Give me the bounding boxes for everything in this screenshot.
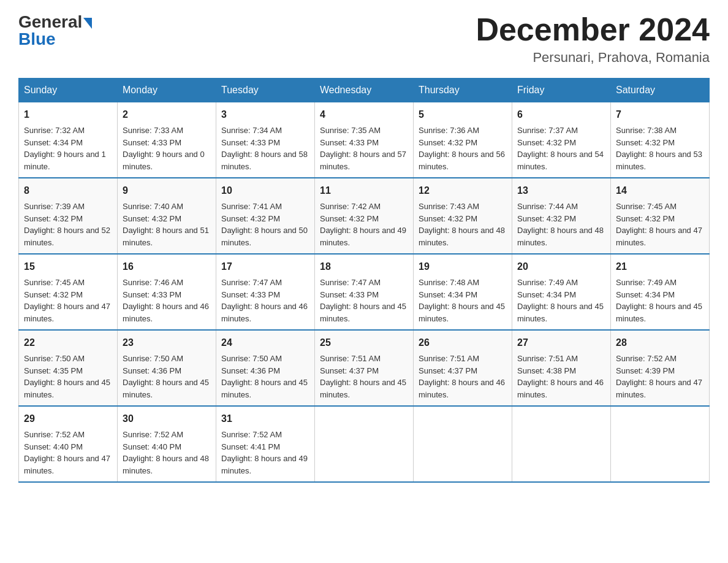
day-info: Sunrise: 7:50 AMSunset: 4:35 PMDaylight:… — [24, 353, 112, 400]
calendar-cell: 21Sunrise: 7:49 AMSunset: 4:34 PMDayligh… — [611, 254, 710, 330]
day-info: Sunrise: 7:50 AMSunset: 4:36 PMDaylight:… — [123, 353, 211, 400]
day-info: Sunrise: 7:47 AMSunset: 4:33 PMDaylight:… — [320, 277, 408, 324]
calendar-cell: 6Sunrise: 7:37 AMSunset: 4:32 PMDaylight… — [512, 102, 611, 178]
day-number: 24 — [221, 335, 309, 350]
logo-blue-text: Blue — [18, 29, 56, 49]
header-saturday: Saturday — [611, 79, 710, 102]
calendar-cell: 1Sunrise: 7:32 AMSunset: 4:34 PMDaylight… — [19, 102, 118, 178]
calendar-cell: 12Sunrise: 7:43 AMSunset: 4:32 PMDayligh… — [414, 178, 512, 254]
calendar-cell: 22Sunrise: 7:50 AMSunset: 4:35 PMDayligh… — [19, 330, 118, 406]
day-number: 16 — [123, 259, 211, 274]
header-tuesday: Tuesday — [216, 79, 315, 102]
calendar-cell — [315, 406, 414, 482]
calendar-cell: 11Sunrise: 7:42 AMSunset: 4:32 PMDayligh… — [315, 178, 414, 254]
day-info: Sunrise: 7:46 AMSunset: 4:33 PMDaylight:… — [123, 277, 211, 324]
header-sunday: Sunday — [19, 79, 118, 102]
week-row-1: 1Sunrise: 7:32 AMSunset: 4:34 PMDaylight… — [19, 102, 710, 178]
calendar-cell: 3Sunrise: 7:34 AMSunset: 4:33 PMDaylight… — [216, 102, 315, 178]
day-info: Sunrise: 7:37 AMSunset: 4:32 PMDaylight:… — [517, 124, 605, 172]
day-info: Sunrise: 7:36 AMSunset: 4:32 PMDaylight:… — [419, 124, 507, 172]
day-number: 28 — [616, 335, 704, 350]
day-number: 29 — [24, 412, 112, 426]
day-number: 13 — [517, 183, 605, 198]
calendar-cell: 30Sunrise: 7:52 AMSunset: 4:40 PMDayligh… — [118, 406, 216, 482]
calendar-cell: 7Sunrise: 7:38 AMSunset: 4:32 PMDaylight… — [611, 102, 710, 178]
calendar-cell: 28Sunrise: 7:52 AMSunset: 4:39 PMDayligh… — [611, 330, 710, 406]
day-info: Sunrise: 7:51 AMSunset: 4:38 PMDaylight:… — [517, 353, 605, 400]
calendar-cell: 14Sunrise: 7:45 AMSunset: 4:32 PMDayligh… — [611, 178, 710, 254]
calendar-cell: 16Sunrise: 7:46 AMSunset: 4:33 PMDayligh… — [118, 254, 216, 330]
day-info: Sunrise: 7:50 AMSunset: 4:36 PMDaylight:… — [221, 353, 309, 400]
day-number: 31 — [221, 412, 309, 426]
calendar-cell — [414, 406, 512, 482]
day-info: Sunrise: 7:48 AMSunset: 4:34 PMDaylight:… — [419, 277, 507, 324]
calendar-cell: 27Sunrise: 7:51 AMSunset: 4:38 PMDayligh… — [512, 330, 611, 406]
day-info: Sunrise: 7:45 AMSunset: 4:32 PMDaylight:… — [616, 201, 704, 248]
day-info: Sunrise: 7:40 AMSunset: 4:32 PMDaylight:… — [123, 201, 211, 248]
day-number: 12 — [419, 183, 507, 198]
logo-arrow-icon — [83, 18, 92, 29]
day-info: Sunrise: 7:52 AMSunset: 4:40 PMDaylight:… — [24, 429, 112, 477]
day-info: Sunrise: 7:52 AMSunset: 4:41 PMDaylight:… — [221, 429, 309, 477]
day-info: Sunrise: 7:52 AMSunset: 4:40 PMDaylight:… — [123, 429, 211, 477]
day-number: 1 — [24, 107, 112, 122]
day-number: 23 — [123, 335, 211, 350]
day-number: 19 — [419, 259, 507, 274]
day-number: 27 — [517, 335, 605, 350]
day-info: Sunrise: 7:45 AMSunset: 4:32 PMDaylight:… — [24, 277, 112, 324]
day-number: 22 — [24, 335, 112, 350]
calendar-cell: 19Sunrise: 7:48 AMSunset: 4:34 PMDayligh… — [414, 254, 512, 330]
day-number: 25 — [320, 335, 408, 350]
title-block: December 2024 Persunari, Prahova, Romani… — [476, 12, 710, 66]
week-row-5: 29Sunrise: 7:52 AMSunset: 4:40 PMDayligh… — [19, 406, 710, 482]
week-row-3: 15Sunrise: 7:45 AMSunset: 4:32 PMDayligh… — [19, 254, 710, 330]
location-subtitle: Persunari, Prahova, Romania — [476, 50, 710, 66]
calendar-table: SundayMondayTuesdayWednesdayThursdayFrid… — [18, 78, 710, 483]
calendar-cell: 8Sunrise: 7:39 AMSunset: 4:32 PMDaylight… — [19, 178, 118, 254]
calendar-cell: 31Sunrise: 7:52 AMSunset: 4:41 PMDayligh… — [216, 406, 315, 482]
calendar-cell: 5Sunrise: 7:36 AMSunset: 4:32 PMDaylight… — [414, 102, 512, 178]
calendar-cell: 25Sunrise: 7:51 AMSunset: 4:37 PMDayligh… — [315, 330, 414, 406]
header-friday: Friday — [512, 79, 611, 102]
day-number: 7 — [616, 107, 704, 122]
day-info: Sunrise: 7:39 AMSunset: 4:32 PMDaylight:… — [24, 201, 112, 248]
calendar-cell — [512, 406, 611, 482]
day-number: 15 — [24, 259, 112, 274]
day-number: 8 — [24, 183, 112, 198]
calendar-cell: 23Sunrise: 7:50 AMSunset: 4:36 PMDayligh… — [118, 330, 216, 406]
calendar-cell: 9Sunrise: 7:40 AMSunset: 4:32 PMDaylight… — [118, 178, 216, 254]
day-number: 21 — [616, 259, 704, 274]
week-row-4: 22Sunrise: 7:50 AMSunset: 4:35 PMDayligh… — [19, 330, 710, 406]
logo: General Blue — [18, 12, 92, 49]
page-header: General Blue December 2024 Persunari, Pr… — [18, 12, 710, 66]
calendar-cell: 15Sunrise: 7:45 AMSunset: 4:32 PMDayligh… — [19, 254, 118, 330]
day-info: Sunrise: 7:35 AMSunset: 4:33 PMDaylight:… — [320, 124, 408, 172]
day-number: 6 — [517, 107, 605, 122]
day-info: Sunrise: 7:51 AMSunset: 4:37 PMDaylight:… — [320, 353, 408, 400]
calendar-cell: 4Sunrise: 7:35 AMSunset: 4:33 PMDaylight… — [315, 102, 414, 178]
calendar-cell: 18Sunrise: 7:47 AMSunset: 4:33 PMDayligh… — [315, 254, 414, 330]
calendar-cell: 20Sunrise: 7:49 AMSunset: 4:34 PMDayligh… — [512, 254, 611, 330]
day-info: Sunrise: 7:47 AMSunset: 4:33 PMDaylight:… — [221, 277, 309, 324]
calendar-cell: 10Sunrise: 7:41 AMSunset: 4:32 PMDayligh… — [216, 178, 315, 254]
calendar-cell: 13Sunrise: 7:44 AMSunset: 4:32 PMDayligh… — [512, 178, 611, 254]
calendar-cell: 24Sunrise: 7:50 AMSunset: 4:36 PMDayligh… — [216, 330, 315, 406]
day-info: Sunrise: 7:38 AMSunset: 4:32 PMDaylight:… — [616, 124, 704, 172]
day-info: Sunrise: 7:41 AMSunset: 4:32 PMDaylight:… — [221, 201, 309, 248]
day-number: 30 — [123, 412, 211, 426]
day-number: 4 — [320, 107, 408, 122]
day-number: 11 — [320, 183, 408, 198]
day-number: 5 — [419, 107, 507, 122]
day-info: Sunrise: 7:34 AMSunset: 4:33 PMDaylight:… — [221, 124, 309, 172]
day-info: Sunrise: 7:49 AMSunset: 4:34 PMDaylight:… — [616, 277, 704, 324]
calendar-header-row: SundayMondayTuesdayWednesdayThursdayFrid… — [19, 79, 710, 102]
month-title: December 2024 — [476, 12, 710, 47]
day-number: 10 — [221, 183, 309, 198]
calendar-cell: 2Sunrise: 7:33 AMSunset: 4:33 PMDaylight… — [118, 102, 216, 178]
day-number: 26 — [419, 335, 507, 350]
day-info: Sunrise: 7:49 AMSunset: 4:34 PMDaylight:… — [517, 277, 605, 324]
day-number: 17 — [221, 259, 309, 274]
day-info: Sunrise: 7:32 AMSunset: 4:34 PMDaylight:… — [24, 124, 112, 172]
day-number: 9 — [123, 183, 211, 198]
day-info: Sunrise: 7:42 AMSunset: 4:32 PMDaylight:… — [320, 201, 408, 248]
